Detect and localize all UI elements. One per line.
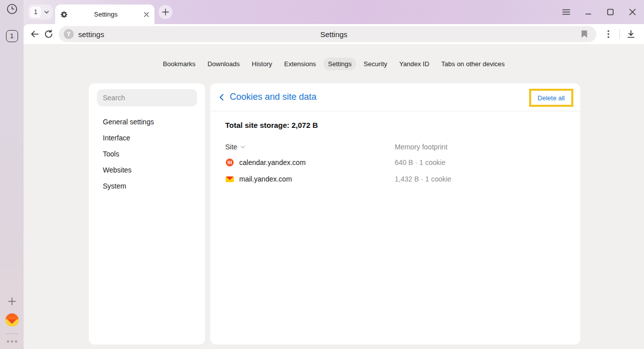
kebab-menu-icon[interactable]	[601, 27, 615, 41]
rail-add-icon[interactable]	[7, 296, 18, 307]
new-tab-button[interactable]	[158, 5, 173, 19]
sidebar-item-system[interactable]: System	[89, 178, 205, 194]
yandex-mail-app-icon[interactable]	[5, 313, 19, 327]
sort-chevron-icon	[240, 145, 245, 149]
cookies-panel: Cookies and site data Delete all Total s…	[210, 83, 580, 344]
tab-downloads[interactable]: Downloads	[203, 58, 244, 70]
window-controls	[562, 8, 636, 16]
tab-security[interactable]: Security	[359, 58, 392, 70]
tab-bookmarks[interactable]: Bookmarks	[158, 58, 200, 70]
site-name: mail.yandex.com	[239, 175, 292, 183]
table-row[interactable]: calendar.yandex.com 640 B · 1 cookie	[225, 157, 565, 167]
delete-all-label: Delete all	[538, 94, 565, 102]
table-header: Site Memory footprint	[225, 143, 565, 151]
main-column: 1 Settings	[24, 0, 644, 349]
column-site[interactable]: Site	[225, 143, 395, 151]
memory-footprint: 1,432 B · 1 cookie	[395, 175, 565, 183]
sidebar-item-tools[interactable]: Tools	[89, 146, 205, 162]
tab-extensions[interactable]: Extensions	[280, 58, 321, 70]
sidebar-item-websites[interactable]: Websites	[89, 162, 205, 178]
browser-section-tabs: Bookmarks Downloads History Extensions S…	[24, 58, 644, 70]
memory-footprint: 640 B · 1 cookie	[395, 158, 565, 166]
tab-yandex-id[interactable]: Yandex ID	[395, 58, 434, 70]
sidebar-item-interface[interactable]: Interface	[89, 130, 205, 146]
tab-title: Settings	[68, 11, 143, 18]
reload-icon[interactable]	[42, 27, 56, 41]
plus-icon	[162, 9, 169, 16]
rail-more-icon[interactable]	[6, 338, 19, 345]
downloads-icon[interactable]	[624, 27, 638, 41]
browser-window: 1	[0, 0, 644, 349]
toolbar: Y settings Settings	[24, 24, 644, 44]
close-window-icon[interactable]	[628, 8, 636, 16]
table-row[interactable]: mail.yandex.com 1,432 B · 1 cookie	[225, 174, 565, 184]
rail-divider	[6, 333, 18, 334]
column-memory: Memory footprint	[395, 143, 565, 151]
sidebar-list: General settings Interface Tools Website…	[89, 114, 205, 194]
total-storage: Total site storage: 2,072 B	[225, 121, 565, 129]
tab-other-devices[interactable]: Tabs on other devices	[437, 58, 509, 70]
chevron-down-icon[interactable]	[44, 9, 50, 15]
back-icon[interactable]	[28, 27, 42, 41]
side-rail: 1	[0, 0, 24, 349]
tab-strip: 1 Settings	[24, 0, 644, 24]
mail-favicon-icon	[225, 176, 234, 183]
delete-all-button[interactable]: Delete all	[529, 89, 573, 107]
history-clock-icon[interactable]	[6, 3, 18, 15]
toolbar-divider	[619, 29, 620, 39]
panel-header: Cookies and site data Delete all	[210, 83, 580, 111]
address-bar[interactable]: Y settings	[59, 26, 596, 42]
tab-close-icon[interactable]	[143, 12, 149, 18]
back-chevron-icon[interactable]	[216, 92, 226, 102]
address-text: settings	[78, 30, 104, 39]
tab-count-label: 1	[10, 33, 14, 40]
tab-settings-active[interactable]: Settings	[324, 58, 356, 70]
column-site-label: Site	[225, 143, 237, 151]
header-divider	[210, 111, 580, 111]
yandex-favicon-icon: Y	[64, 29, 74, 39]
panel-body: Total site storage: 2,072 B Site Memory …	[210, 121, 580, 184]
calendar-favicon-icon	[225, 158, 234, 167]
sidebar-item-general-settings[interactable]: General settings	[89, 114, 205, 130]
tab-history[interactable]: History	[247, 58, 276, 70]
bookmark-icon[interactable]	[577, 27, 591, 41]
section-title[interactable]: Cookies and site data	[230, 92, 316, 102]
tab-count-badge[interactable]: 1	[6, 30, 18, 42]
minimize-icon[interactable]	[584, 8, 592, 16]
site-name: calendar.yandex.com	[239, 158, 305, 166]
settings-sidebar: General settings Interface Tools Website…	[89, 83, 205, 344]
settings-page: Bookmarks Downloads History Extensions S…	[24, 44, 644, 349]
search-input[interactable]	[103, 94, 191, 102]
tab-group-pill[interactable]: 1	[28, 5, 53, 20]
tab-settings[interactable]: Settings	[55, 5, 154, 24]
search-field[interactable]	[97, 89, 197, 106]
maximize-icon[interactable]	[606, 8, 614, 16]
gear-icon	[60, 11, 68, 19]
panels: General settings Interface Tools Website…	[89, 83, 580, 344]
menu-hamburger-icon[interactable]	[562, 8, 570, 16]
tab-group-badge: 1	[30, 7, 41, 18]
